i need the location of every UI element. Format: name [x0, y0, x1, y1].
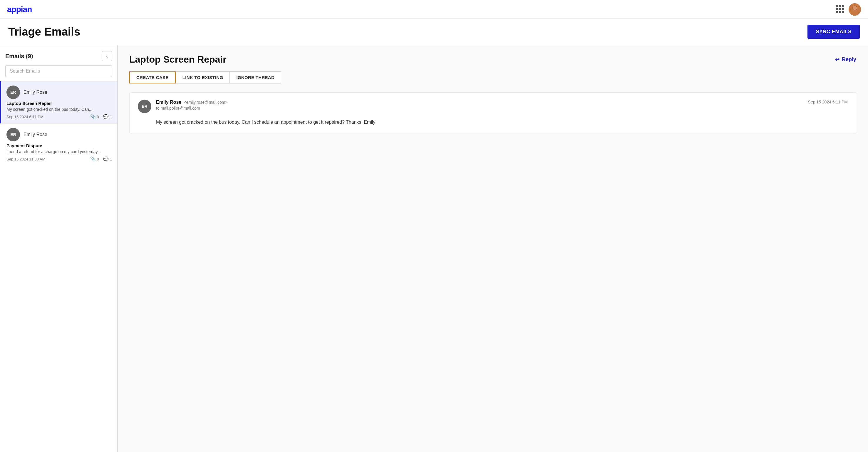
app-header: appian [0, 0, 868, 19]
list-item[interactable]: ER Emily Rose Payment Dispute I need a r… [0, 123, 117, 166]
content-header: Laptop Screen Repair ↩ Reply [129, 54, 856, 65]
svg-point-3 [853, 6, 857, 10]
list-item[interactable]: ER Emily Rose Laptop Screen Repair My sc… [0, 81, 117, 123]
tab-link-existing[interactable]: LINK TO EXISTING [176, 71, 230, 84]
header-right [836, 3, 861, 16]
sender-name: Emily Rose [24, 132, 47, 137]
apps-grid-icon[interactable] [836, 5, 844, 13]
grid-dot [839, 11, 841, 13]
grid-dot [842, 8, 844, 10]
message-body: My screen got cracked on the bus today. … [138, 118, 848, 126]
email-preview: My screen got cracked on the bus today. … [6, 107, 112, 112]
email-item-top: ER Emily Rose [6, 86, 112, 99]
sidebar-title: Emails (9) [5, 53, 33, 60]
message-sender-email: <emily.rose@mail.com> [184, 100, 227, 104]
sender-name: Emily Rose [24, 90, 47, 95]
email-date: Sep 15 2024 6:11 PM [6, 115, 43, 119]
grid-dot [836, 8, 838, 10]
tab-ignore-thread[interactable]: IGNORE THREAD [230, 71, 281, 84]
grid-dot [842, 5, 844, 7]
email-meta: Sep 15 2024 6:11 PM 📎 0 💬 1 [6, 114, 112, 119]
email-meta: Sep 15 2024 11:00 AM 📎 0 💬 1 [6, 156, 112, 162]
main-layout: Emails (9) ‹ ER Emily Rose Laptop Screen… [0, 45, 868, 452]
paperclip-icon: 📎 [90, 114, 96, 119]
message-info: Emily Rose <emily.rose@mail.com> to mail… [156, 100, 803, 111]
email-date: Sep 15 2024 11:00 AM [6, 157, 45, 161]
grid-dot [839, 8, 841, 10]
message-timestamp: Sep 15 2024 6:11 PM [808, 100, 848, 104]
comment-icon: 💬 [103, 156, 109, 162]
message-header: ER Emily Rose <emily.rose@mail.com> to m… [138, 100, 848, 113]
attachment-count: 📎 0 [90, 114, 99, 119]
email-item-top: ER Emily Rose [6, 128, 112, 141]
reply-arrow-icon: ↩ [835, 56, 839, 63]
page-header: Triage Emails SYNC EMAILS [0, 19, 868, 45]
email-message-card: ER Emily Rose <emily.rose@mail.com> to m… [129, 92, 856, 133]
grid-dot [842, 11, 844, 13]
action-tabs: CREATE CASE LINK TO EXISTING IGNORE THRE… [129, 71, 856, 84]
grid-dot [839, 5, 841, 7]
comment-count: 💬 1 [103, 156, 112, 162]
logo: appian [7, 5, 32, 14]
reply-button[interactable]: ↩ Reply [835, 56, 856, 63]
paperclip-icon: 📎 [90, 156, 96, 162]
content-area: Laptop Screen Repair ↩ Reply CREATE CASE… [118, 45, 868, 452]
message-to: to mail.poller@mail.com [156, 106, 803, 111]
sender-line: Emily Rose <emily.rose@mail.com> [156, 100, 803, 105]
grid-dot [836, 5, 838, 7]
sidebar-header: Emails (9) ‹ [0, 45, 117, 65]
grid-dot [836, 11, 838, 13]
thread-title: Laptop Screen Repair [129, 54, 226, 65]
page-title: Triage Emails [8, 26, 80, 38]
email-subject: Payment Dispute [6, 143, 112, 148]
user-avatar[interactable] [848, 3, 861, 16]
search-input[interactable] [5, 65, 112, 77]
comment-count: 💬 1 [103, 114, 112, 119]
logo-text: appian [7, 5, 32, 14]
comment-icon: 💬 [103, 114, 109, 119]
avatar: ER [6, 128, 20, 141]
email-icons: 📎 0 💬 1 [90, 114, 112, 119]
sidebar: Emails (9) ‹ ER Emily Rose Laptop Screen… [0, 45, 118, 452]
tab-create-case[interactable]: CREATE CASE [129, 71, 176, 84]
email-icons: 📎 0 💬 1 [90, 156, 112, 162]
sync-emails-button[interactable]: SYNC EMAILS [807, 25, 860, 39]
attachment-count: 📎 0 [90, 156, 99, 162]
email-subject: Laptop Screen Repair [6, 101, 112, 106]
reply-label: Reply [842, 56, 856, 63]
collapse-sidebar-button[interactable]: ‹ [102, 51, 112, 61]
message-sender-name: Emily Rose [156, 100, 181, 105]
avatar: ER [6, 86, 20, 99]
avatar: ER [138, 100, 151, 113]
email-preview: I need a refund for a charge on my card … [6, 149, 112, 154]
search-box [5, 65, 112, 77]
